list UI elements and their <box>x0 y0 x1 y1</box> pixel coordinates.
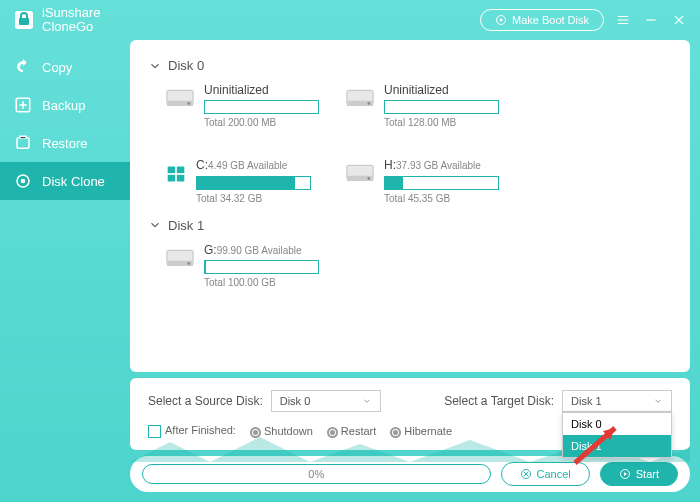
target-disk-label: Select a Target Disk: <box>444 394 554 408</box>
target-disk-select[interactable]: Disk 1 <box>562 390 672 412</box>
chevron-down-icon <box>148 218 162 232</box>
chevron-down-icon <box>148 59 162 73</box>
start-icon <box>619 468 631 480</box>
partition[interactable]: UninitializedTotal 200.00 MB <box>166 83 316 128</box>
app-logo: iSunshareCloneGo <box>12 6 101 35</box>
dropdown-item[interactable]: Disk 0 <box>563 413 671 435</box>
svg-rect-1 <box>19 18 29 25</box>
sidebar-item-backup[interactable]: Backup <box>0 86 130 124</box>
cancel-icon <box>520 468 532 480</box>
partition[interactable]: G:99.90 GB AvailableTotal 100.00 GB <box>166 243 316 288</box>
progress-bar: 0% <box>142 464 491 484</box>
svg-rect-15 <box>177 167 185 174</box>
svg-point-13 <box>367 102 370 105</box>
backup-icon <box>14 96 32 114</box>
sidebar-item-restore[interactable]: Restore <box>0 124 130 162</box>
svg-point-7 <box>21 179 26 184</box>
source-disk-select[interactable]: Disk 0 <box>271 390 381 412</box>
partition[interactable]: C:4.49 GB AvailableTotal 34.32 GB <box>166 158 316 203</box>
svg-point-20 <box>367 177 370 180</box>
copy-icon <box>14 58 32 76</box>
restore-icon <box>14 134 32 152</box>
source-disk-label: Select a Source Disk: <box>148 394 263 408</box>
svg-rect-5 <box>17 138 29 149</box>
minimize-button[interactable] <box>642 11 660 29</box>
dropdown-item[interactable]: Disk 1 <box>563 435 671 457</box>
svg-rect-14 <box>168 167 176 174</box>
svg-point-23 <box>187 262 190 265</box>
svg-point-10 <box>187 102 190 105</box>
disk-header[interactable]: Disk 1 <box>148 218 672 233</box>
sidebar-item-copy[interactable]: Copy <box>0 48 130 86</box>
chevron-down-icon <box>362 396 372 406</box>
svg-point-3 <box>499 19 502 22</box>
start-button[interactable]: Start <box>600 462 678 486</box>
close-button[interactable] <box>670 11 688 29</box>
partition[interactable]: H:37.93 GB AvailableTotal 45.35 GB <box>346 158 496 203</box>
disk-icon <box>495 14 507 26</box>
chevron-down-icon <box>653 396 663 406</box>
make-boot-disk-button[interactable]: Make Boot Disk <box>480 9 604 31</box>
svg-rect-16 <box>168 175 176 182</box>
cancel-button[interactable]: Cancel <box>501 462 590 486</box>
sidebar-item-disk-clone[interactable]: Disk Clone <box>0 162 130 200</box>
menu-icon[interactable] <box>614 11 632 29</box>
partition[interactable]: UninitializedTotal 128.00 MB <box>346 83 496 128</box>
disk-panel: Disk 0UninitializedTotal 200.00 MBUninit… <box>130 40 690 372</box>
clone-icon <box>14 172 32 190</box>
disk-header[interactable]: Disk 0 <box>148 58 672 73</box>
svg-rect-17 <box>177 175 185 182</box>
sidebar: Copy Backup Restore Disk Clone <box>0 40 130 502</box>
target-disk-dropdown: Disk 0Disk 1 <box>562 412 672 458</box>
